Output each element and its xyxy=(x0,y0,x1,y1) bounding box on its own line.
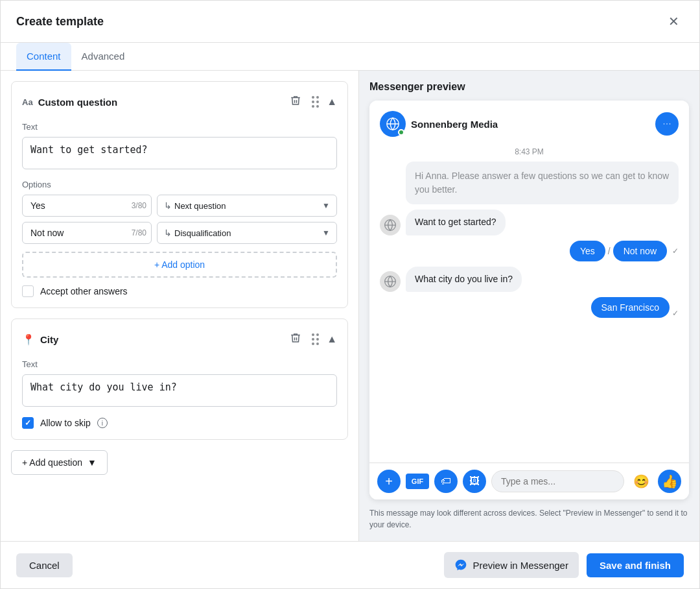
collapse-custom-button[interactable]: ▲ xyxy=(327,96,337,108)
gif-button[interactable]: GIF xyxy=(406,474,429,489)
drag-handle-city[interactable] xyxy=(312,333,319,345)
svg-point-1 xyxy=(666,123,668,125)
sticker-button[interactable]: 🏷 xyxy=(434,470,458,493)
chat-info-button[interactable] xyxy=(655,112,679,136)
option-row-notnow: 7/80 ↳ Disqualification ▼ xyxy=(22,222,337,244)
messenger-preview: Sonnenberg Media 8:43 PM Hi Anna. Please… xyxy=(369,101,689,499)
custom-question-label: Custom question xyxy=(38,97,118,108)
photo-button[interactable]: 🖼 xyxy=(463,470,486,493)
question-text-input[interactable] xyxy=(22,137,337,169)
message-input-area: + GIF 🏷 🖼 😊 👍 xyxy=(369,463,689,499)
add-question-button[interactable]: + Add question ▼ xyxy=(11,450,108,475)
allow-skip-checkbox[interactable] xyxy=(22,417,34,429)
intro-message: Hi Anna. Please answer a few questions s… xyxy=(406,162,679,204)
city-reply-row: San Francisco ✓ xyxy=(380,297,679,318)
create-template-modal: Create template ✕ Content Advanced Aa Cu… xyxy=(0,0,700,589)
svg-point-3 xyxy=(664,123,665,125)
option-notnow-action[interactable]: ↳ Disqualification ▼ xyxy=(157,222,337,244)
tab-advanced[interactable]: Advanced xyxy=(71,43,135,71)
delete-city-button[interactable] xyxy=(287,330,304,349)
modal-footer: Cancel Preview in Messenger Save and fin… xyxy=(1,541,699,588)
reply-yes-button[interactable]: Yes xyxy=(570,241,605,261)
cancel-button[interactable]: Cancel xyxy=(16,553,73,577)
card-header-custom: Aa Custom question xyxy=(22,92,337,112)
collapse-city-button[interactable]: ▲ xyxy=(327,333,337,345)
messenger-logo-icon xyxy=(454,559,467,571)
question1-bubble: Want to get started? xyxy=(406,210,506,235)
bot-avatar-2 xyxy=(380,271,401,292)
city-text-label: Text xyxy=(22,359,337,369)
emoji-button[interactable]: 😊 xyxy=(629,470,653,493)
chat-brand: Sonnenberg Media xyxy=(380,111,498,137)
city-question-title: 📍 City xyxy=(22,333,58,346)
add-attachment-button[interactable]: + xyxy=(377,470,401,493)
preview-messenger-button[interactable]: Preview in Messenger xyxy=(444,552,579,578)
reply-options-row: Yes / Not now ✓ xyxy=(380,241,679,261)
right-panel: Messenger preview xyxy=(359,71,699,541)
chat-timestamp: 8:43 PM xyxy=(380,147,679,156)
reply-separator: / xyxy=(608,246,611,256)
accept-other-checkbox[interactable] xyxy=(22,285,34,297)
preview-note: This message may look different across d… xyxy=(369,507,689,531)
bot-globe-icon-1 xyxy=(384,219,397,232)
modal-body: Aa Custom question xyxy=(1,71,699,541)
option-yes-action-label: Next question xyxy=(174,201,226,211)
like-button[interactable]: 👍 xyxy=(658,470,681,493)
globe-icon xyxy=(386,117,400,131)
allow-skip-label: Allow to skip xyxy=(40,418,91,428)
location-icon: 📍 xyxy=(22,333,35,346)
option-yes-action[interactable]: ↳ Next question ▼ xyxy=(157,195,337,217)
question2-bubble: What city do you live in? xyxy=(406,267,522,293)
text-type-icon: Aa xyxy=(22,97,33,107)
city-text-input[interactable] xyxy=(22,374,337,407)
add-question-label: + Add question xyxy=(22,457,82,468)
custom-question-card: Aa Custom question xyxy=(11,81,348,308)
save-finish-button[interactable]: Save and finish xyxy=(587,553,684,577)
svg-point-2 xyxy=(670,123,671,125)
preview-title: Messenger preview xyxy=(369,81,689,93)
modal-tabs: Content Advanced xyxy=(1,43,699,71)
modal-header: Create template ✕ xyxy=(1,1,699,43)
city-question-card: 📍 City xyxy=(11,319,348,440)
reply-notnow-button[interactable]: Not now xyxy=(613,241,667,261)
custom-question-title: Aa Custom question xyxy=(22,97,117,108)
reply-city-button[interactable]: San Francisco xyxy=(591,297,670,318)
read-receipt-2: ✓ xyxy=(672,309,679,318)
close-button[interactable]: ✕ xyxy=(663,11,684,32)
city-card-actions: ▲ xyxy=(287,330,337,349)
delete-custom-button[interactable] xyxy=(287,92,304,112)
bot-avatar-1 xyxy=(380,215,401,235)
option-yes-wrap: 3/80 xyxy=(22,195,152,217)
allow-skip-row: Allow to skip i xyxy=(22,417,337,429)
option-notnow-count: 7/80 xyxy=(132,228,146,237)
modal-title: Create template xyxy=(16,15,104,29)
add-option-button[interactable]: + Add option xyxy=(22,252,337,278)
drag-handle-custom[interactable] xyxy=(312,96,319,108)
option-notnow-action-label: Disqualification xyxy=(174,228,231,238)
brand-avatar xyxy=(380,111,406,137)
next-arrow-icon: ↳ xyxy=(164,200,172,211)
read-receipt-1: ✓ xyxy=(672,246,679,256)
option-yes-count: 3/80 xyxy=(132,201,146,210)
accept-other-row: Accept other answers xyxy=(22,285,337,297)
preview-messenger-label: Preview in Messenger xyxy=(472,560,568,571)
accept-other-label: Accept other answers xyxy=(40,286,128,296)
allow-skip-info-icon[interactable]: i xyxy=(97,418,108,428)
brand-name: Sonnenberg Media xyxy=(411,119,498,130)
option-notnow-wrap: 7/80 xyxy=(22,222,152,244)
options-label: Options xyxy=(22,180,337,189)
messenger-chat: Sonnenberg Media 8:43 PM Hi Anna. Please… xyxy=(369,101,689,463)
disq-arrow-icon: ↳ xyxy=(164,228,172,238)
question2-row: What city do you live in? xyxy=(380,267,679,293)
option-row-yes: 3/80 ↳ Next question ▼ xyxy=(22,195,337,217)
option-notnow-dropdown-icon: ▼ xyxy=(322,228,330,237)
message-input[interactable] xyxy=(491,470,624,492)
bot-globe-icon-2 xyxy=(384,275,397,288)
card-actions: ▲ xyxy=(287,92,337,112)
option-yes-dropdown-icon: ▼ xyxy=(322,201,330,210)
left-panel: Aa Custom question xyxy=(1,71,359,541)
chat-header: Sonnenberg Media xyxy=(380,111,679,137)
online-indicator xyxy=(398,129,404,136)
card-header-city: 📍 City xyxy=(22,330,337,349)
tab-content[interactable]: Content xyxy=(16,43,71,71)
